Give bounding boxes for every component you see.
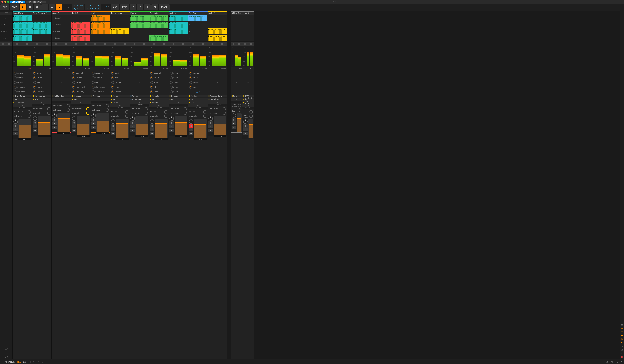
fader[interactable] [248,119,253,138]
solo-button[interactable]: S [232,122,236,125]
track-header[interactable]: Polymer [130,12,149,15]
add-device-button[interactable]: + [149,104,169,107]
send-knob[interactable] [223,112,226,115]
fader[interactable]: -10.0 [135,116,148,135]
fader[interactable]: +2.0 [155,119,168,138]
track-stop-row[interactable] [110,42,130,46]
modulation-icon[interactable]: ⊘ [37,361,39,363]
record-arm-button[interactable] [130,121,135,125]
clip-slot-empty[interactable] [110,15,130,22]
knob[interactable] [14,81,17,84]
device-row[interactable]: Drum Machine [32,94,52,98]
device-row[interactable]: EQ+∿ [169,98,188,101]
file-button[interactable]: FILE [0,4,9,10]
close-tab-icon[interactable]: × [43,1,44,3]
clip-slot[interactable]: TrashLoop1 [71,22,91,28]
knob[interactable] [111,91,114,93]
track-stop-row[interactable] [130,42,149,46]
record-arm-button[interactable] [91,118,96,122]
add-device-button[interactable]: + [208,101,227,104]
send-knob[interactable] [106,104,109,107]
solo-button[interactable]: S [130,125,135,128]
knob[interactable] [150,76,153,79]
send-knob[interactable] [145,107,148,111]
device-row[interactable]: Treemonster [130,98,149,101]
knob[interactable] [33,81,36,84]
knob[interactable] [170,72,173,74]
knob[interactable] [150,81,153,84]
automation-icon[interactable]: ∿ [33,361,35,363]
scene-row[interactable]: Intro [0,15,12,22]
knob[interactable] [170,86,173,89]
scene-row[interactable]: Alt. 1 [0,22,12,28]
master-icon[interactable]: M⇵ [5,356,8,358]
pan-knob[interactable] [52,113,57,118]
track-header[interactable]: Audio 2 [91,12,110,15]
add-device-button[interactable]: + [52,98,71,101]
group-scene-slot[interactable]: Scene 1 [52,15,71,22]
knob[interactable] [189,81,192,84]
knob[interactable] [14,86,17,89]
send-knob[interactable] [47,107,51,111]
record-arm-button[interactable] [72,121,76,125]
search-icon[interactable] [606,361,608,363]
solo-button[interactable]: S [243,128,248,131]
punch-in-icon[interactable]: ↘ [103,6,104,8]
pan-knob[interactable] [150,119,154,124]
knob[interactable] [92,86,95,89]
maximize-icon[interactable] [7,1,9,3]
record-arm-button[interactable] [169,121,174,125]
group-scene-slot[interactable]: Scene 4 [52,35,71,42]
clip-slot[interactable]: Mella 02 Chords [130,22,149,28]
clip-launcher-button[interactable] [56,4,62,10]
knob[interactable] [33,91,36,93]
solo-button[interactable]: S [208,125,213,128]
device-row[interactable]: EQ-5∿ [71,98,91,101]
fader[interactable]: -3.2 [38,116,51,135]
knob[interactable] [14,91,17,93]
clip-slot[interactable]: Soulful Chords 02 B [149,35,169,42]
notes-panel-icon[interactable]: ▤ [621,323,623,326]
device-row[interactable]: Amp [32,98,52,101]
rail-icon-2[interactable]: ⠿ [621,330,623,333]
add-device-button[interactable]: + [130,101,149,104]
arrange-tab[interactable]: ARRANGE [5,361,14,363]
send-knob[interactable] [250,114,253,118]
send-knob[interactable] [28,110,31,114]
clip-slot[interactable]: Berlin Firework B... [32,28,52,35]
mute-button[interactable]: M [208,129,213,132]
track-header[interactable]: Poly Grid [188,12,208,15]
add-track-button[interactable]: + [227,11,231,359]
track-stop-row[interactable] [71,42,91,46]
scroll-down-icon[interactable]: ▾ [621,352,623,355]
track-button[interactable]: TRACK [159,4,170,10]
solo-button[interactable]: S [52,122,57,125]
info-icon[interactable]: i [2,361,2,363]
position-display[interactable]: 2.4.2.17 0:03.978 [85,4,101,10]
add-knob-button[interactable]: + [52,71,71,94]
tempo-display[interactable]: 110.00 4/4 [72,4,84,10]
clip-slot[interactable]: dwindle [91,28,110,35]
knob[interactable] [111,81,114,84]
pan-knob[interactable] [169,116,174,121]
device-row[interactable]: EQ+∿ [149,98,169,101]
pan-knob[interactable] [13,119,18,124]
clip-slot[interactable]: Vocal B [169,22,188,28]
knob[interactable] [72,86,75,89]
track-stop-row[interactable] [32,42,52,46]
device-row[interactable]: EQ-2 [188,101,208,104]
add-device-button[interactable]: + [231,98,242,101]
mute-button[interactable]: M [33,129,37,132]
clip-slot[interactable]: Soulful Chords 01 B [149,22,169,28]
redo-button[interactable]: ↷ [137,4,143,10]
device-row[interactable]: Peak Limiter [242,101,254,104]
solo-button[interactable]: S [189,128,193,131]
pan-knob[interactable] [130,116,135,121]
pan-knob[interactable] [111,119,115,124]
track-header[interactable]: Audio 7 [208,12,227,15]
track-stop-row[interactable] [231,42,242,46]
mute-button[interactable]: M [91,126,96,129]
panel-toggle-icon[interactable]: ▢ [42,361,43,363]
device-row[interactable]: Polymer [130,94,149,98]
knob[interactable] [111,72,114,74]
